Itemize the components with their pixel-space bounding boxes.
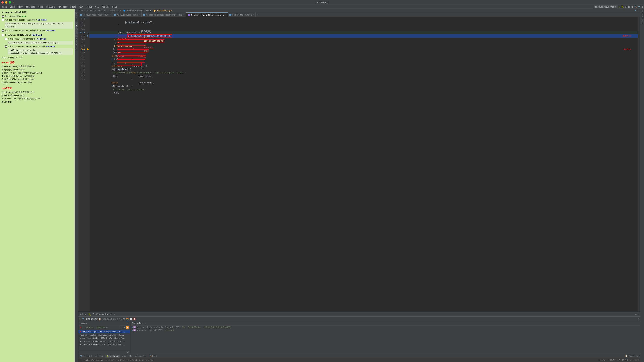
thread-nav-up[interactable]: ▲ [122,326,123,329]
force-step-btn[interactable]: ⟳ [123,318,125,320]
tab-testsourceserver[interactable]: TestSourceServer.java × [78,12,112,17]
vars-title: Variables [132,322,142,324]
nio-thread4: nio-thread [37,38,46,40]
menu-help[interactable]: Help [111,5,118,8]
step-into-btn[interactable]: ⬇ [117,318,118,320]
vtab-project[interactable]: 1: Project [75,9,78,22]
accept-item-1: 1) selector.select() 阻塞直到事件发生 [2,65,73,68]
tab-close-nioeventloop[interactable]: × [139,14,140,16]
thread-nav-down[interactable]: ▼ [124,326,125,329]
tab-close-socketutils[interactable]: × [253,14,254,16]
debug-run-button[interactable]: 🐛 [621,6,624,8]
todo-label: 6: TODO [124,355,132,357]
frames-icon[interactable]: ≡ [113,318,114,320]
code-selectionkey: SelectionKey selectionKey = ssc.register… [5,22,73,28]
maximize-button[interactable] [9,1,11,4]
frame-item-3[interactable]: processSelectedKeysOptimized:632, NioE..… [78,340,130,343]
var-buf[interactable]: ▶ P buf = {ArrayList@1729} size = 0 [131,329,640,332]
code-line-140: javaChannel().close(); [90,18,638,21]
run-cursor-btn[interactable]: ↩ [121,318,122,320]
frames-scroll-down[interactable]: ▼ [128,351,130,353]
mute-btn[interactable]: 🔇 [133,318,136,320]
tab-abstractniomessage[interactable]: AbstractNioMessageChannel.java × [142,12,186,17]
menu-vcs[interactable]: VCS [94,5,100,8]
breadcrumb-search-btn[interactable]: 🔍 [634,10,637,12]
code-content[interactable]: javaChannel().close(); } @Override [90,18,638,312]
read-item-3: 3) 拿到一个 key，判断事件类型是否为 read [2,97,73,100]
resume-button[interactable]: ▶ [80,317,81,320]
scrollbar-right[interactable] [638,18,640,312]
right-vtab-1[interactable]: Notifications [640,9,644,25]
ln-153: 153 [78,61,86,64]
step-out-btn[interactable]: ⬆ [119,318,120,320]
bottom-tab-terminal[interactable]: > Terminal [134,354,148,358]
settings-button[interactable]: ⚙ [642,6,643,8]
event-log-btn[interactable]: 📋 Event Log [625,355,640,357]
menu-analyze[interactable]: Analyze [45,5,56,8]
pause-thread-btn[interactable]: ⏸ [80,326,82,329]
bottom-tab-debug[interactable]: 🐛 5: Debug [105,354,120,358]
search-everywhere-button[interactable]: 🔍 [638,6,641,8]
tab-close-testsourceserver[interactable]: × [110,14,110,16]
bottom-tab-find[interactable]: 🔍 3: Find [79,354,93,358]
evaluate-btn[interactable]: 🧮 [126,318,129,320]
thread-dropdown[interactable]: *nioEve...RUNNING ▼ [83,326,120,329]
var-this-expand[interactable]: ▶ [132,326,133,328]
frame-item-4[interactable]: processSelectedKeys:549, NioEventLoop ..… [78,343,130,346]
run-button[interactable]: ▶ [618,5,620,8]
tab-close-nioserver[interactable]: × [225,14,226,16]
menu-code[interactable]: Code [37,5,44,8]
tab-nioserversocketchannel[interactable]: NioServerSocketChannel.java × [186,12,228,17]
tab-socketutils[interactable]: SocketUtils.java × [228,12,256,17]
vtab-favorites[interactable]: 2: Favorites [75,37,78,52]
tab-nioeventloop[interactable]: NioEventLoop.java × [112,12,142,17]
frame-item-2[interactable]: processSelectedKey:697, NioEventLoop /..… [78,336,130,340]
thread-filter-btn[interactable]: 🔽 [126,326,129,329]
var-buf-expand[interactable]: ▶ [132,329,133,332]
debug-session-close[interactable]: × [114,313,115,316]
frames-scroll-up[interactable]: ▲ [127,351,128,353]
debug-minimize-icon[interactable]: − [638,313,639,316]
frame-label-4: processSelectedKeys:549, NioEventLoop ..… [80,344,125,346]
tab-overflow[interactable]: ▾ [256,12,260,17]
breadcrumb-more-btn[interactable]: ⋯ [638,10,639,12]
pause-button[interactable]: ⏸ [631,6,633,8]
menu-navigate[interactable]: Navigate [24,5,37,8]
bottom-tab-build[interactable]: 🔨 Build [148,354,160,358]
step-over-btn[interactable]: ⤵ [115,318,116,320]
menu-build[interactable]: Build [69,5,78,8]
menu-edit[interactable]: Edit [8,5,16,8]
run-config-dropdown[interactable]: ▼ [615,6,616,8]
debug-restore-btn[interactable]: ⊡ [638,318,639,320]
build-button[interactable]: 🔨 [634,6,637,8]
thread-dropdown-arrow[interactable]: ▼ [106,326,108,329]
coverage-button[interactable]: ⊛ [625,6,626,8]
add-frame-btn[interactable]: + [128,322,129,324]
breakpoints-btn[interactable]: ⬜ [130,318,132,320]
menu-run[interactable]: Run [78,5,84,8]
frame-item-1[interactable]: read:75, AbstractNioMessageChannel$Ni... [78,333,130,336]
tab-close-abstract[interactable]: × [184,14,184,16]
minimize-button[interactable] [5,1,8,4]
stop-button[interactable]: ⏹ [628,6,630,8]
menu-tools[interactable]: Tools [85,5,94,8]
menu-refactor[interactable]: Refactor [56,5,69,8]
run-config[interactable]: TestSourceServer ▼ [594,5,618,8]
frame-item-0[interactable]: ⏹ doReadMessages:145, NioServerSocketC..… [78,330,130,333]
bottom-tab-todo[interactable]: ✓ 6: TODO [121,354,134,358]
frames-header: Frames + [78,321,130,325]
vtab-structure[interactable]: 2: Structure [75,22,78,37]
console-tab[interactable]: 📋 Console [98,318,112,320]
code-scroll[interactable]: 140 141 142 143 144 ⚑ 145 146 147 148 14… [78,18,640,312]
menu-file[interactable]: File [1,5,8,8]
menu-view[interactable]: View [16,5,24,8]
bottom-tab-run[interactable]: ▶ 4: Run [94,354,105,358]
var-this[interactable]: ▶ P this = {NioServerSocketChannel@1703}… [131,326,640,329]
menu-window[interactable]: Window [100,5,110,8]
tab-icon-abstract [143,14,145,16]
debug-settings-icon[interactable]: ⚙ [635,313,636,316]
debug-body: Frames + ⏸ *nioEve...RUNNING [78,321,640,354]
close-button[interactable] [1,1,4,4]
vars-add-btn[interactable]: + [145,322,146,324]
debugger-tab[interactable]: 🔍 Debugger [82,318,98,320]
